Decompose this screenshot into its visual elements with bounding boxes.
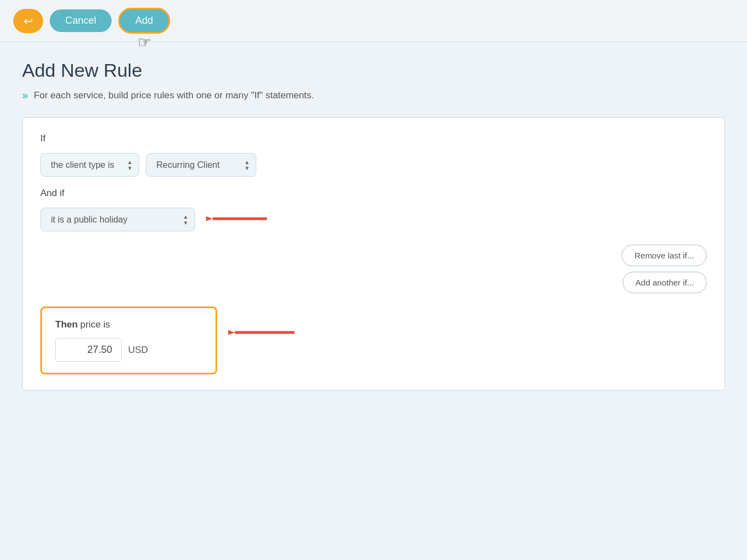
then-label: Then price is	[55, 319, 202, 330]
subtitle-text: For each service, build price rules with…	[34, 90, 314, 101]
condition1-select-wrapper: the client type is ▲ ▼	[40, 153, 139, 177]
page-subtitle: » For each service, build price rules wi…	[22, 89, 725, 102]
then-section: Then price is USD	[40, 307, 217, 374]
price-input[interactable]	[55, 338, 122, 362]
price-row: USD	[55, 338, 202, 362]
chevron-icon: »	[22, 89, 28, 102]
price-arrow-indicator	[228, 323, 300, 342]
currency-label: USD	[128, 345, 148, 356]
toolbar: ↩ Cancel Add ☞	[0, 0, 747, 42]
back-icon: ↩	[24, 14, 33, 28]
condition-row-2: it is a public holiday ▲ ▼	[40, 208, 707, 231]
remove-last-button[interactable]: Remove last if...	[622, 245, 707, 266]
bottom-section: Then price is USD	[40, 293, 707, 374]
rule-card: If the client type is ▲ ▼ Recurring Clie…	[22, 117, 725, 390]
condition-row-1: the client type is ▲ ▼ Recurring Client …	[40, 153, 707, 177]
add-another-button[interactable]: Add another if...	[623, 272, 707, 293]
right-buttons: Remove last if... Add another if...	[40, 245, 707, 293]
condition1-value-wrapper: Recurring Client ▲ ▼	[146, 153, 256, 177]
main-content: Add New Rule » For each service, build p…	[0, 42, 747, 421]
condition2-select-wrapper: it is a public holiday ▲ ▼	[40, 208, 195, 231]
red-arrow-indicator	[206, 209, 272, 230]
condition1-value-select[interactable]: Recurring Client	[146, 153, 256, 177]
and-if-label: And if	[40, 188, 707, 199]
condition1-type-select[interactable]: the client type is	[40, 153, 139, 177]
if-label: If	[40, 133, 707, 144]
page-title: Add New Rule	[22, 60, 725, 81]
back-button[interactable]: ↩	[13, 9, 43, 33]
add-button[interactable]: Add	[118, 8, 170, 34]
condition2-select[interactable]: it is a public holiday	[40, 208, 195, 231]
cancel-button[interactable]: Cancel	[50, 9, 112, 32]
